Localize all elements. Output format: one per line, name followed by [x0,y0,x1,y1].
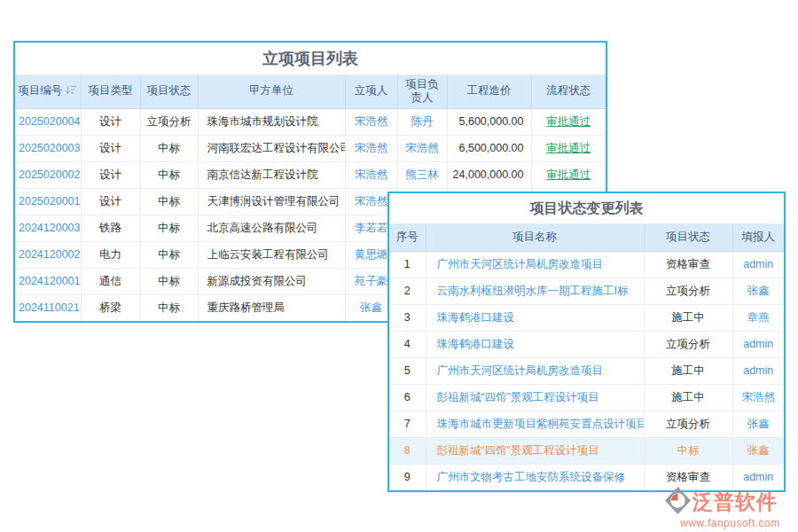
project-name-link[interactable]: 广州市天河区统计局机房改造项目 [426,251,644,278]
project-status-cell: 立项分析 [644,278,732,304]
project-status-cell: 中标 [140,215,198,241]
project-status-cell: 立项分析 [644,411,732,437]
project-cost-cell: 5,600,000.00 [447,108,531,135]
table-row: 2 云南水利枢纽潜明水库一期工程施工I标 立项分析 张鑫 [389,278,784,304]
project-status-cell: 中标 [140,188,198,215]
status-change-table-title: 项目状态变更列表 [389,193,784,224]
initiation-table-title: 立项项目列表 [15,43,606,75]
table-row: 7 珠海市城市更新项目紫桐苑安置点设计项目 立项分析 张鑫 [389,411,784,437]
project-code-link[interactable]: 2025020003 [15,135,81,161]
project-status-cell: 中标 [140,161,198,188]
project-manager-link[interactable]: 宋浩然 [397,135,447,161]
project-status-cell: 资格审查 [644,251,732,278]
client-unit-cell: 珠海市城市规划设计院 [198,108,345,135]
fanpu-logo: 泛普软件 www.fanpusoft.com [665,487,795,529]
project-code-link[interactable]: 2024120003 [15,215,81,241]
project-status-cell: 中标 [644,437,732,464]
project-manager-link[interactable]: 陈丹 [397,108,447,135]
col-header-seq-no: 序号 [389,224,426,251]
client-unit-cell: 重庆路桥管理局 [198,294,345,321]
seq-no-cell: 4 [389,331,426,357]
reporter-link[interactable]: admin [732,331,784,357]
fanpu-logo-icon [665,487,691,518]
project-code-link[interactable]: 2025020004 [15,108,81,135]
project-cost-cell: 24,000,000.00 [447,161,531,188]
project-type-cell: 电力 [81,241,140,268]
client-unit-cell: 河南联宏达工程设计有限公司 [198,135,345,161]
reporter-link[interactable]: admin [732,357,784,384]
client-unit-cell: 新源成投资有限公司 [198,268,345,294]
project-name-link[interactable]: 彭祖新城“四馆”景观工程设计项目 [426,384,644,411]
table-row: 5 广州市天河区统计局机房改造项目 施工中 admin [389,357,784,384]
flow-status-link[interactable]: 审批通过 [531,135,606,161]
status-change-header-row: 序号 项目名称 项目状态 填报人 [389,224,784,251]
initiation-header-row: 项目编号 项目类型 项目状态 甲方单位 立项人 项目负责人 工程造价 流程状态 [15,75,606,108]
project-name-link[interactable]: 云南水利枢纽潜明水库一期工程施工I标 [426,278,644,304]
project-name-link[interactable]: 珠海鹤港口建设 [426,331,644,357]
table-row: 2025020002 设计 中标 南京信达新工程设计院 宋浩然 熊三林 24,0… [15,161,606,188]
col-header-project-status: 项目状态 [140,75,198,108]
col-header-project-code-label: 项目编号 [18,84,62,97]
col-header-flow-status: 流程状态 [531,75,606,108]
table-row: 1 广州市天河区统计局机房改造项目 资格审查 admin [389,251,784,278]
reporter-link[interactable]: 章燕 [732,304,784,331]
project-code-link[interactable]: 2024120002 [15,241,81,268]
initiator-link[interactable]: 宋浩然 [345,135,397,161]
project-manager-link[interactable]: 熊三林 [397,161,447,188]
project-status-cell: 中标 [140,241,198,268]
status-change-table-grid: 序号 项目名称 项目状态 填报人 1 广州市天河区统计局机房改造项目 资格审查 … [389,224,784,490]
flow-status-link[interactable]: 审批通过 [531,161,606,188]
project-name-link[interactable]: 广州市天河区统计局机房改造项目 [426,357,644,384]
seq-no-cell: 9 [389,464,426,490]
project-status-cell: 施工中 [644,304,732,331]
project-name-link[interactable]: 广州市文物考古工地安防系统设备保修 [426,464,644,490]
project-type-cell: 设计 [81,135,140,161]
reporter-link[interactable]: 张鑫 [732,278,784,304]
project-code-link[interactable]: 2024110021 [15,294,81,321]
initiator-link[interactable]: 宋浩然 [345,161,397,188]
col-header-project-code[interactable]: 项目编号 [15,75,81,108]
col-header-project-name: 项目名称 [426,224,644,251]
fanpu-logo-url: www.fanpusoft.com [665,517,795,529]
project-name-link[interactable]: 珠海鹤港口建设 [426,304,644,331]
reporter-link[interactable]: 宋浩然 [732,384,784,411]
seq-no-cell: 8 [389,437,426,464]
fanpu-logo-text: 泛普软件 [692,489,778,516]
table-row: 4 珠海鹤港口建设 立项分析 admin [389,331,784,357]
col-header-project-cost: 工程造价 [447,75,531,108]
project-type-cell: 设计 [81,161,140,188]
client-unit-cell: 上临云安装工程有限公司 [198,241,345,268]
project-status-cell: 立项分析 [644,331,732,357]
col-header-reporter: 填报人 [732,224,784,251]
col-header-client-unit: 甲方单位 [198,75,345,108]
col-header-project-status: 项目状态 [644,224,732,251]
project-type-cell: 设计 [81,108,140,135]
project-name-link[interactable]: 珠海市城市更新项目紫桐苑安置点设计项目 [426,411,644,437]
sort-descending-icon[interactable] [66,85,77,99]
project-code-link[interactable]: 2025020001 [15,188,81,215]
table-row: 3 珠海鹤港口建设 施工中 章燕 [389,304,784,331]
status-change-table: 项目状态变更列表 序号 项目名称 项目状态 填报人 1 广州市天河区统计局机房改… [387,192,786,492]
project-type-cell: 通信 [81,268,140,294]
reporter-link[interactable]: admin [732,251,784,278]
seq-no-cell: 3 [389,304,426,331]
project-code-link[interactable]: 2025020002 [15,161,81,188]
project-type-cell: 设计 [81,188,140,215]
client-unit-cell: 天津博润设计管理有限公司 [198,188,345,215]
project-name-link[interactable]: 彭祖新城“四馆”景观工程设计项目 [426,437,644,464]
initiator-link[interactable]: 宋浩然 [345,108,397,135]
project-type-cell: 桥梁 [81,294,140,321]
reporter-link[interactable]: 张鑫 [732,411,784,437]
project-code-link[interactable]: 2024120001 [15,268,81,294]
status-change-table-body: 1 广州市天河区统计局机房改造项目 资格审查 admin 2 云南水利枢纽潜明水… [389,251,784,490]
flow-status-link[interactable]: 审批通过 [531,108,606,135]
client-unit-cell: 北京高速公路有限公司 [198,215,345,241]
col-header-initiator: 立项人 [345,75,397,108]
seq-no-cell: 5 [389,357,426,384]
reporter-link[interactable]: 张鑫 [732,437,784,464]
col-header-project-type: 项目类型 [81,75,140,108]
project-status-cell: 中标 [140,135,198,161]
project-cost-cell: 6,500,000.00 [447,135,531,161]
seq-no-cell: 6 [389,384,426,411]
project-status-cell: 立项分析 [140,108,198,135]
